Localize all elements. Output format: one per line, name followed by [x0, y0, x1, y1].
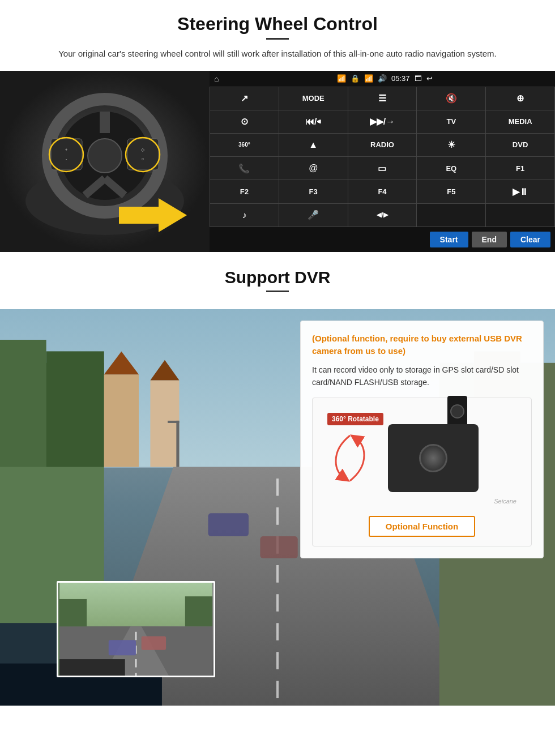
ui-topbar: ⌂ 📶 🔒 📶 🔊 05:37 🗔 ↩ — [210, 71, 555, 87]
camera-mount-top — [447, 396, 467, 427]
btn-music[interactable]: ♪ — [210, 204, 279, 227]
steering-photo-inner: + - ◇ ○ — [0, 71, 210, 252]
camera-device — [388, 424, 479, 492]
dvr-camera-inner: 360° Rotatable — [322, 407, 522, 509]
camera-lens — [419, 444, 447, 472]
steering-content: + - ◇ ○ ⌂ 📶 🔒 — [0, 71, 555, 252]
svg-rect-27 — [260, 536, 297, 558]
svg-rect-18 — [0, 339, 46, 467]
svg-point-6 — [88, 139, 122, 173]
svg-rect-43 — [59, 659, 125, 676]
btn-f1[interactable]: F1 — [486, 157, 554, 180]
rotate-badge: 360° Rotatable — [327, 413, 383, 425]
time-display: 05:37 — [391, 74, 410, 83]
btn-media[interactable]: MEDIA — [486, 110, 554, 133]
svg-rect-32 — [168, 420, 179, 422]
window-icon: 🗔 — [415, 74, 422, 83]
back-icon: ↩ — [426, 74, 433, 83]
lock-icon: 🔒 — [351, 74, 360, 83]
btn-prev[interactable]: ⏮/◀ — [279, 110, 348, 133]
btn-navigate[interactable]: ↗ — [210, 87, 279, 110]
btn-empty-1 — [417, 204, 485, 227]
svg-rect-41 — [109, 640, 136, 655]
dvr-camera-box: 360° Rotatable — [312, 398, 532, 546]
btn-360[interactable]: 360° — [210, 134, 279, 156]
btn-brightness[interactable]: ☀ — [417, 134, 485, 156]
btn-mic[interactable]: 🎤 — [279, 204, 348, 227]
svg-rect-40 — [185, 596, 212, 626]
dvr-section: Support DVR — [0, 252, 555, 706]
dvr-optional-text: (Optional function, require to buy exter… — [312, 332, 532, 358]
btn-f5[interactable]: F5 — [417, 180, 485, 203]
optional-function-button[interactable]: Optional Function — [369, 516, 475, 537]
dvr-main: (Optional function, require to buy exter… — [0, 309, 555, 706]
svg-marker-15 — [119, 198, 187, 232]
svg-rect-10 — [127, 139, 159, 170]
svg-rect-20 — [104, 374, 139, 467]
topbar-left: ⌂ — [214, 74, 219, 83]
btn-mode[interactable]: MODE — [279, 87, 348, 110]
btn-settings-circle[interactable]: ⊙ — [210, 110, 279, 133]
btn-play-pause[interactable]: ▶⏸ — [486, 180, 554, 203]
btn-radio[interactable]: RADIO — [348, 134, 417, 156]
btn-eject[interactable]: ▲ — [279, 134, 348, 156]
ui-panel: ⌂ 📶 🔒 📶 🔊 05:37 🗔 ↩ ↗ MODE ☰ 🔇 ⊕ ⊙ ⏮/◀ — [210, 71, 555, 252]
topbar-center: 📶 🔒 📶 🔊 05:37 🗔 ↩ — [337, 74, 433, 83]
wifi-icon: 📶 — [337, 74, 346, 83]
inset-scene-svg — [58, 583, 214, 676]
btn-mute[interactable]: 🔇 — [417, 87, 485, 110]
btn-f2[interactable]: F2 — [210, 180, 279, 203]
watermark: Seicane — [494, 498, 516, 505]
steering-photo: + - ◇ ○ — [0, 71, 210, 252]
mount-circle — [450, 404, 464, 418]
btn-internet[interactable]: @ — [279, 157, 348, 180]
svg-text:-: - — [66, 156, 67, 161]
start-button[interactable]: Start — [430, 232, 468, 247]
steering-title: Steering Wheel Control — [23, 14, 532, 35]
dvr-title: Support DVR — [23, 268, 532, 287]
dvr-description: It can record video only to storage in G… — [312, 364, 532, 389]
steering-section: Steering Wheel Control Your original car… — [0, 0, 555, 61]
ui-bottom-row: Start End Clear — [210, 227, 555, 252]
svg-rect-42 — [142, 636, 166, 650]
btn-dvd[interactable]: DVD — [486, 134, 554, 156]
end-button[interactable]: End — [472, 232, 507, 247]
dvr-title-underline — [266, 291, 289, 292]
dvr-inset-photo — [57, 581, 215, 677]
btn-apps[interactable]: ⊕ — [486, 87, 554, 110]
yellow-arrow — [119, 195, 187, 235]
home-icon: ⌂ — [214, 74, 219, 83]
svg-text:◇: ◇ — [141, 147, 145, 152]
btn-eq[interactable]: EQ — [417, 157, 485, 180]
btn-menu[interactable]: ☰ — [348, 87, 417, 110]
svg-rect-26 — [208, 513, 249, 536]
svg-rect-22 — [150, 380, 179, 467]
volume-icon: 🔊 — [378, 74, 387, 83]
dvr-title-area: Support DVR — [0, 252, 555, 309]
svg-rect-39 — [59, 599, 87, 626]
clear-button[interactable]: Clear — [510, 232, 550, 247]
dvr-info-panel: (Optional function, require to buy exter… — [300, 321, 544, 559]
svg-rect-31 — [176, 420, 179, 467]
steering-description: Your original car's steering wheel contr… — [45, 48, 510, 61]
btn-tv[interactable]: TV — [417, 110, 485, 133]
btn-f4[interactable]: F4 — [348, 180, 417, 203]
btn-f3[interactable]: F3 — [279, 180, 348, 203]
btn-empty-2 — [486, 204, 554, 227]
btn-next[interactable]: ▶▶/→ — [348, 110, 417, 133]
svg-text:+: + — [65, 147, 68, 152]
btn-skip[interactable]: ◀/▶ — [348, 204, 417, 227]
title-underline — [266, 38, 289, 40]
camera-device-wrapper — [388, 424, 479, 492]
rotation-arrows-svg — [333, 430, 367, 486]
btn-screen[interactable]: ▭ — [348, 157, 417, 180]
svg-text:○: ○ — [142, 156, 144, 161]
signal-icon: 📶 — [364, 74, 373, 83]
svg-rect-7 — [51, 139, 82, 170]
ui-buttons-grid: ↗ MODE ☰ 🔇 ⊕ ⊙ ⏮/◀ ▶▶/→ TV MEDIA 360° ▲ … — [210, 87, 555, 227]
btn-phone[interactable]: 📞 — [210, 157, 279, 180]
svg-rect-19 — [46, 351, 104, 467]
